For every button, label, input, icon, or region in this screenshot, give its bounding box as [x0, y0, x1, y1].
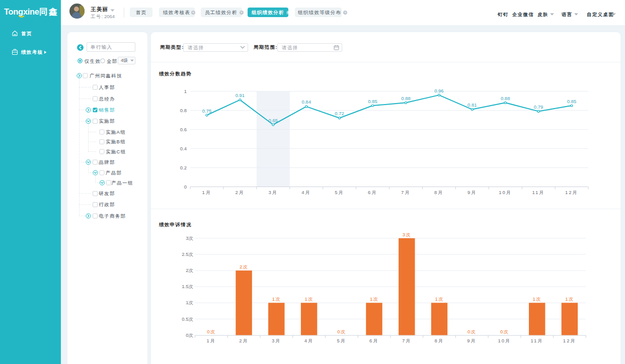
svg-text:电子商务部: 电子商务部 [99, 213, 126, 219]
svg-text:实施部: 实施部 [99, 118, 115, 124]
svg-text:1月: 1月 [202, 190, 212, 195]
svg-text:0次: 0次 [467, 329, 476, 334]
svg-text:实施A组: 实施A组 [106, 129, 126, 135]
svg-text:2月: 2月 [239, 338, 249, 343]
svg-text:11月: 11月 [531, 338, 543, 343]
svg-text:0.88: 0.88 [501, 96, 510, 101]
svg-text:总经办: 总经办 [99, 96, 115, 102]
svg-text:1次: 1次 [186, 300, 193, 305]
svg-text:0.6: 0.6 [180, 127, 187, 132]
svg-text:8月: 8月 [434, 190, 444, 195]
svg-text:0.5次: 0.5次 [182, 316, 193, 322]
svg-text:产品一组: 产品一组 [112, 180, 133, 186]
svg-text:广州同鑫科技: 广州同鑫科技 [90, 73, 122, 78]
svg-text:1: 1 [184, 88, 187, 94]
svg-text:实施B组: 实施B组 [106, 139, 126, 144]
svg-text:11月: 11月 [532, 190, 544, 195]
svg-text:6月: 6月 [368, 190, 377, 195]
svg-text:2月: 2月 [236, 190, 245, 195]
svg-text:1次: 1次 [565, 296, 574, 302]
svg-text:4月: 4月 [301, 190, 311, 195]
svg-text:10月: 10月 [499, 190, 512, 195]
svg-text:0.85: 0.85 [368, 99, 377, 104]
svg-text:3次: 3次 [403, 232, 411, 237]
svg-text:8月: 8月 [435, 338, 444, 343]
svg-text:6月: 6月 [369, 338, 379, 343]
svg-text:4月: 4月 [304, 338, 314, 343]
svg-text:5月: 5月 [337, 338, 346, 343]
svg-text:0.72: 0.72 [335, 111, 344, 116]
svg-text:2.5次: 2.5次 [182, 251, 193, 257]
svg-text:0.88: 0.88 [401, 96, 411, 101]
svg-text:3月: 3月 [268, 190, 278, 195]
svg-text:1次: 1次 [305, 296, 314, 302]
svg-text:0.84: 0.84 [301, 99, 311, 105]
svg-text:0.4: 0.4 [180, 146, 187, 151]
svg-text:1次: 1次 [272, 296, 281, 302]
svg-text:9月: 9月 [467, 190, 477, 195]
svg-text:3次: 3次 [186, 235, 193, 241]
svg-text:0.65: 0.65 [269, 118, 278, 123]
svg-text:0.91: 0.91 [236, 93, 245, 98]
svg-text:2次: 2次 [240, 264, 248, 269]
svg-text:7月: 7月 [401, 190, 411, 195]
svg-text:0.8: 0.8 [180, 108, 187, 113]
svg-text:0次: 0次 [500, 329, 509, 334]
svg-text:0.79: 0.79 [534, 104, 543, 110]
svg-text:研发部: 研发部 [99, 191, 115, 196]
svg-text:12月: 12月 [563, 338, 576, 343]
svg-text:1次: 1次 [370, 296, 378, 302]
svg-text:实施C组: 实施C组 [106, 149, 126, 154]
svg-text:0: 0 [184, 184, 187, 190]
svg-text:5月: 5月 [335, 190, 344, 195]
svg-text:品牌部: 品牌部 [99, 159, 115, 165]
svg-text:0.81: 0.81 [467, 102, 477, 108]
svg-text:1次: 1次 [533, 296, 541, 302]
svg-text:0.85: 0.85 [567, 99, 577, 104]
svg-text:销售部: 销售部 [99, 107, 115, 113]
svg-text:0.75: 0.75 [202, 108, 212, 114]
svg-text:10月: 10月 [498, 338, 511, 343]
svg-text:0次: 0次 [337, 329, 346, 334]
svg-text:0.2: 0.2 [180, 165, 187, 170]
svg-text:12月: 12月 [565, 190, 578, 195]
svg-text:2次: 2次 [186, 267, 193, 273]
svg-text:产品部: 产品部 [106, 170, 122, 175]
svg-text:9月: 9月 [467, 338, 477, 343]
svg-text:0.96: 0.96 [434, 88, 444, 94]
svg-text:行政部: 行政部 [99, 202, 115, 207]
svg-text:1次: 1次 [435, 296, 443, 302]
svg-text:3月: 3月 [272, 338, 281, 343]
svg-text:人事部: 人事部 [99, 84, 115, 90]
svg-text:0次: 0次 [186, 332, 193, 338]
svg-text:1月: 1月 [207, 338, 216, 343]
svg-text:1.5次: 1.5次 [182, 284, 193, 289]
svg-text:0次: 0次 [207, 329, 215, 334]
svg-text:7月: 7月 [402, 338, 412, 343]
